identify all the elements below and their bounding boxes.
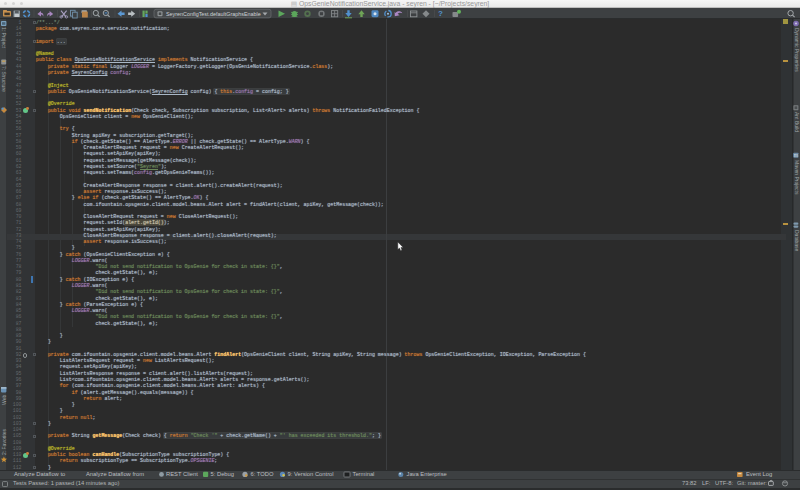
svg-text:m: m	[794, 152, 798, 158]
svg-text:SeyrenConfigTest.defaultGraphs: SeyrenConfigTest.defaultGraphsEnable	[166, 11, 261, 17]
svg-text:?: ?	[438, 9, 443, 18]
